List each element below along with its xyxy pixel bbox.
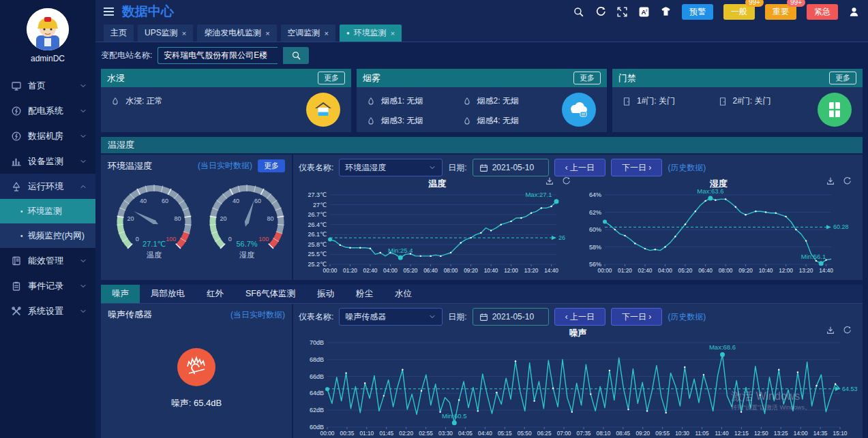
station-name-input[interactable] (158, 47, 278, 64)
sidebar-subitem-env-monitor[interactable]: •环境监测 (0, 199, 95, 223)
sidebar-item-device-monitor[interactable]: 设备监测 (0, 148, 95, 174)
sidebar-item-env[interactable]: 运行环境 (0, 174, 95, 199)
svg-text:12:15: 12:15 (734, 430, 749, 437)
tab-close-icon[interactable]: × (391, 29, 395, 37)
noise-prev-day-button[interactable]: ‹ 上一日 (554, 308, 605, 326)
theme-shirt-button[interactable] (660, 6, 672, 18)
env-prev-day-button[interactable]: ‹ 上一日 (554, 159, 605, 176)
fullscreen-button[interactable] (616, 6, 628, 18)
more-button[interactable]: 更多 (258, 159, 285, 172)
svg-text:Min:60.5: Min:60.5 (442, 412, 466, 420)
sensor-tab-局部放电[interactable]: 局部放电 (140, 285, 196, 303)
noise-history-data-link[interactable]: (历史数据) (668, 311, 706, 323)
svg-text:00:00: 00:00 (597, 267, 612, 274)
svg-text:Min:56.1: Min:56.1 (800, 253, 825, 260)
status-item: 烟感4: 无烟 (462, 115, 556, 127)
svg-text:26.1℃: 26.1℃ (308, 231, 327, 238)
tab-close-icon[interactable]: × (265, 29, 269, 37)
more-button[interactable]: 更多 (829, 72, 856, 84)
noise-sensor-icon (177, 348, 215, 386)
avatar[interactable] (27, 8, 69, 50)
env-history-data-link[interactable]: (历史数据) (668, 162, 706, 174)
sensor-tab-SF6气体监测[interactable]: SF6气体监测 (235, 285, 306, 303)
door-circle-icon (818, 93, 852, 127)
user-button[interactable] (848, 6, 860, 18)
sidebar-item-power-dist[interactable]: 配电系统 (0, 98, 95, 123)
svg-text:04:00: 04:00 (383, 267, 398, 274)
alarm-general-button[interactable]: 一般99+ (723, 4, 755, 20)
tab-envmon[interactable]: ●环境监测× (340, 25, 402, 42)
noise-meter-select[interactable]: 噪声传感器 (339, 308, 443, 326)
realtime-label: (当日实时数据) (230, 309, 285, 321)
sidebar-item-settings[interactable]: 系统设置 (0, 298, 95, 324)
svg-text:05:15: 05:15 (498, 430, 512, 437)
alarm-important-button[interactable]: 重要99+ (765, 4, 796, 20)
svg-text:Max:63.6: Max:63.6 (697, 189, 723, 195)
temperature-chart-box: 温度 25.2℃25.5℃25.8℃26.1℃26.4℃26.7℃27℃27.3… (299, 178, 576, 277)
content: 变配电站名称: 水浸更多 水浸: 正常 烟雾更多 烟感1: 无烟烟感2: 无烟烟… (95, 42, 868, 438)
status-panel-title: 水浸 (107, 72, 125, 84)
status-item: 烟感2: 无烟 (462, 95, 556, 107)
download-button[interactable] (826, 326, 835, 335)
more-button[interactable]: 更多 (318, 72, 345, 84)
sensor-tab-粉尘[interactable]: 粉尘 (345, 285, 384, 303)
status-item: 烟感3: 无烟 (366, 115, 460, 127)
translate-button[interactable]: Az (638, 6, 650, 18)
env-next-day-button[interactable]: 下一日 › (611, 159, 662, 176)
sidebar-item-data-room[interactable]: 数据机房 (0, 123, 95, 148)
tab-hvac[interactable]: 空调监测× (281, 25, 335, 42)
sidebar-item-energy[interactable]: 能效管理 (0, 248, 95, 273)
sensor-tab-水位[interactable]: 水位 (384, 285, 423, 303)
active-dot: ● (346, 31, 350, 36)
alarm-urgent-button[interactable]: 紧急 (807, 4, 838, 20)
svg-text:60.28: 60.28 (833, 223, 849, 230)
svg-text:70dB: 70dB (310, 339, 324, 346)
refresh-button[interactable] (561, 176, 571, 186)
humidity-gauge-box: 02040608010056.7%湿度 (200, 183, 293, 266)
tab-ups[interactable]: UPS监测× (138, 25, 193, 42)
temp-humidity-charts-area: 仪表名称:环境温湿度日期:2021-05-10‹ 上一日下一日 ›(历史数据) … (293, 155, 863, 280)
svg-text:04:05: 04:05 (458, 430, 473, 437)
gauges: 02040608010027.1℃温度02040608010056.7%湿度 (108, 172, 285, 275)
hamburger-menu-icon[interactable] (104, 7, 114, 16)
download-button[interactable] (826, 176, 835, 186)
sidebar-item-events[interactable]: 事件记录 (0, 273, 95, 298)
refresh-button[interactable] (595, 6, 606, 18)
tab-home[interactable]: 主页 (104, 25, 134, 42)
sensor-tab-噪声[interactable]: 噪声 (101, 285, 140, 303)
sensor-section: 噪声局部放电红外SF6气体监测振动粉尘水位 噪声传感器 (当日实时数据) 噪声:… (101, 285, 863, 438)
svg-text:10:40: 10:40 (484, 267, 498, 274)
search-button[interactable] (573, 6, 584, 18)
chevron-down-icon (428, 163, 436, 172)
svg-text:64.53: 64.53 (842, 386, 858, 392)
humidity-chart-title: 湿度 (580, 178, 858, 189)
temp-humidity-panel: 环境温湿度 (当日实时数据) 更多 02040608010027.1℃温度020… (101, 155, 863, 280)
noise-next-day-button[interactable]: 下一日 › (611, 308, 662, 326)
refresh-button[interactable] (842, 176, 852, 186)
sidebar-item-home[interactable]: 首页 (0, 73, 95, 98)
svg-text:00:00: 00:00 (323, 267, 338, 274)
noise-date-input[interactable]: 2021-05-10 (473, 308, 549, 326)
sensor-tab-振动[interactable]: 振动 (306, 285, 345, 303)
refresh-button[interactable] (842, 326, 852, 335)
alarm-warning-button[interactable]: 预警 (682, 4, 713, 20)
download-button[interactable] (545, 176, 554, 186)
env-date-input[interactable]: 2021-05-10 (473, 159, 549, 176)
chevron-down-icon (79, 157, 87, 166)
noise-subpanel: 噪声传感器 (当日实时数据) 噪声: 65.4dB (101, 304, 293, 438)
svg-text:12:00: 12:00 (504, 267, 518, 274)
chevron-down-icon (79, 132, 87, 140)
search-button[interactable] (283, 47, 309, 64)
sensor-tab-红外[interactable]: 红外 (196, 285, 235, 303)
svg-text:03:30: 03:30 (438, 430, 453, 437)
more-button[interactable]: 更多 (573, 72, 601, 84)
svg-text:05:50: 05:50 (518, 430, 532, 437)
tab-close-icon[interactable]: × (325, 29, 329, 37)
svg-text:14:35: 14:35 (813, 430, 828, 437)
env-meter-select[interactable]: 环境温湿度 (339, 159, 443, 176)
svg-text:07:35: 07:35 (577, 430, 591, 437)
sidebar-subitem-video-monitor[interactable]: •视频监控(内网) (0, 223, 95, 248)
svg-text:12:00: 12:00 (779, 267, 793, 274)
tab-diesel[interactable]: 柴油发电机监测× (197, 25, 276, 42)
tab-close-icon[interactable]: × (182, 29, 186, 37)
